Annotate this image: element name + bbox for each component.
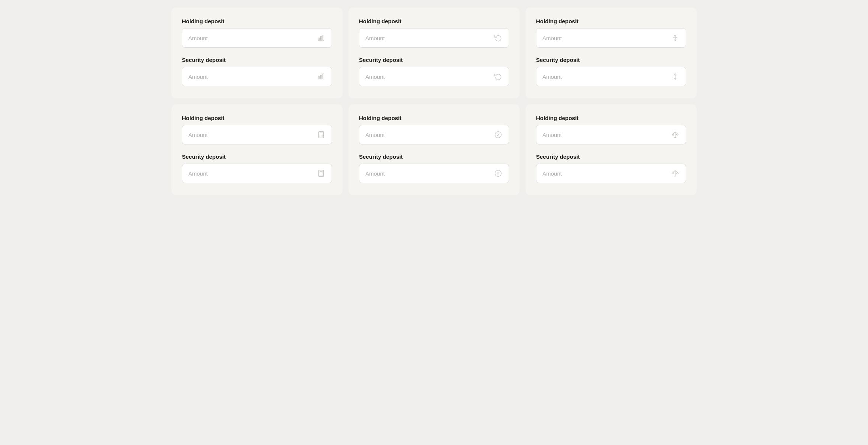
security-deposit-input-2[interactable]: Amount xyxy=(359,67,509,86)
security-deposit-placeholder-3: Amount xyxy=(542,74,671,80)
holding-deposit-label-1: Holding deposit xyxy=(182,18,332,24)
security-deposit-label-4: Security deposit xyxy=(182,153,332,160)
holding-deposit-label-4: Holding deposit xyxy=(182,115,332,121)
security-deposit-label-2: Security deposit xyxy=(359,57,509,63)
svg-rect-12 xyxy=(318,132,323,138)
svg-point-37 xyxy=(499,135,499,135)
cards-grid: Holding deposit Amount Security deposit … xyxy=(171,8,697,195)
security-deposit-input-4[interactable]: Amount xyxy=(182,164,332,183)
card-4: Holding deposit Amount xyxy=(171,104,342,195)
security-deposit-placeholder-4: Amount xyxy=(188,170,317,177)
security-deposit-label-3: Security deposit xyxy=(536,57,686,63)
svg-rect-3 xyxy=(318,77,320,79)
security-deposit-placeholder-1: Amount xyxy=(188,74,317,80)
svg-point-36 xyxy=(497,134,497,134)
field-group-holding-3: Holding deposit Amount xyxy=(536,18,686,48)
holding-deposit-placeholder-5: Amount xyxy=(365,132,494,138)
security-deposit-placeholder-6: Amount xyxy=(542,170,671,177)
bar-chart-icon-1b xyxy=(317,72,326,81)
card-3: Holding deposit Amount Security deposit … xyxy=(526,8,697,98)
svg-rect-5 xyxy=(323,74,324,79)
holding-deposit-label-2: Holding deposit xyxy=(359,18,509,24)
security-deposit-label-5: Security deposit xyxy=(359,153,509,160)
security-deposit-placeholder-5: Amount xyxy=(365,170,494,177)
rotate-ccw-icon-2b xyxy=(494,72,503,81)
security-deposit-input-5[interactable]: Amount xyxy=(359,164,509,183)
holding-deposit-input-3[interactable]: Amount xyxy=(536,28,686,48)
field-group-security-6: Security deposit Amount xyxy=(536,153,686,183)
svg-rect-1 xyxy=(320,36,321,41)
calculator-icon-4 xyxy=(317,130,326,139)
holding-deposit-placeholder-3: Amount xyxy=(542,35,671,41)
bar-chart-icon-1 xyxy=(317,33,326,42)
svg-rect-2 xyxy=(323,35,324,41)
calculator-icon-4b xyxy=(317,169,326,178)
security-deposit-label-6: Security deposit xyxy=(536,153,686,160)
field-group-holding-2: Holding deposit Amount xyxy=(359,18,509,48)
security-deposit-label-1: Security deposit xyxy=(182,57,332,63)
holding-deposit-label-6: Holding deposit xyxy=(536,115,686,121)
field-group-holding-1: Holding deposit Amount xyxy=(182,18,332,48)
holding-deposit-input-5[interactable]: Amount xyxy=(359,125,509,144)
percent-circle-icon-5 xyxy=(494,130,503,139)
field-group-holding-6: Holding deposit Amount xyxy=(536,115,686,144)
svg-rect-0 xyxy=(318,38,320,41)
holding-deposit-input-1[interactable]: Amount xyxy=(182,28,332,48)
security-deposit-input-3[interactable]: Amount xyxy=(536,67,686,86)
holding-deposit-input-2[interactable]: Amount xyxy=(359,28,509,48)
drafting-compass-icon-3b xyxy=(671,72,680,81)
field-group-security-4: Security deposit Amount xyxy=(182,153,332,183)
field-group-security-3: Security deposit Amount xyxy=(536,57,686,86)
scale-icon-6 xyxy=(671,130,680,139)
security-deposit-input-6[interactable]: Amount xyxy=(536,164,686,183)
holding-deposit-placeholder-2: Amount xyxy=(365,35,494,41)
field-group-holding-5: Holding deposit Amount xyxy=(359,115,509,144)
svg-point-40 xyxy=(497,172,497,173)
holding-deposit-input-6[interactable]: Amount xyxy=(536,125,686,144)
svg-point-41 xyxy=(499,174,499,174)
holding-deposit-label-5: Holding deposit xyxy=(359,115,509,121)
field-group-holding-4: Holding deposit Amount xyxy=(182,115,332,144)
card-5: Holding deposit Amount Security deposit … xyxy=(348,104,520,195)
percent-circle-icon-5b xyxy=(494,169,503,178)
holding-deposit-input-4[interactable]: Amount xyxy=(182,125,332,144)
drafting-compass-icon-3 xyxy=(671,33,680,42)
svg-rect-4 xyxy=(320,75,321,79)
holding-deposit-placeholder-1: Amount xyxy=(188,35,317,41)
field-group-security-2: Security deposit Amount xyxy=(359,57,509,86)
rotate-ccw-icon-2 xyxy=(494,33,503,42)
holding-deposit-label-3: Holding deposit xyxy=(536,18,686,24)
card-2: Holding deposit Amount Security deposit … xyxy=(348,8,520,98)
holding-deposit-placeholder-6: Amount xyxy=(542,132,671,138)
security-deposit-input-1[interactable]: Amount xyxy=(182,67,332,86)
card-6: Holding deposit Amount Security deposit … xyxy=(526,104,697,195)
security-deposit-placeholder-2: Amount xyxy=(365,74,494,80)
svg-rect-23 xyxy=(318,170,323,177)
scale-icon-6b xyxy=(671,169,680,178)
card-1: Holding deposit Amount Security deposit … xyxy=(171,8,342,98)
field-group-security-1: Security deposit Amount xyxy=(182,57,332,86)
holding-deposit-placeholder-4: Amount xyxy=(188,132,317,138)
field-group-security-5: Security deposit Amount xyxy=(359,153,509,183)
